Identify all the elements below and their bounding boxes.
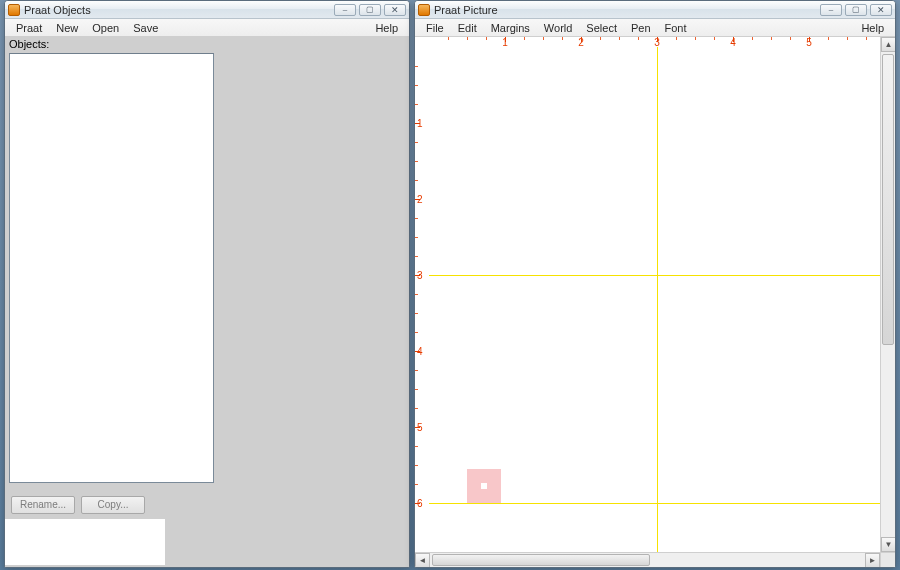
- menu-select[interactable]: Select: [579, 21, 624, 35]
- window-title: Praat Picture: [434, 4, 820, 16]
- scrollbar-corner: [880, 552, 895, 567]
- scroll-up-button[interactable]: ▲: [881, 37, 896, 52]
- menu-pen[interactable]: Pen: [624, 21, 658, 35]
- menu-new[interactable]: New: [49, 21, 85, 35]
- app-icon: [418, 4, 430, 16]
- scroll-right-button[interactable]: ►: [865, 553, 880, 568]
- menu-help[interactable]: Help: [854, 21, 891, 35]
- horizontal-scrollbar[interactable]: ◄ ►: [415, 552, 880, 567]
- copy-button[interactable]: Copy...: [81, 496, 145, 514]
- window-praat-objects: Praat Objects – ▢ ✕ Praat New Open Save …: [4, 0, 410, 568]
- menu-edit[interactable]: Edit: [451, 21, 484, 35]
- titlebar-picture[interactable]: Praat Picture – ▢ ✕: [415, 1, 895, 19]
- menu-margins[interactable]: Margins: [484, 21, 537, 35]
- grid-line-vertical: [657, 47, 658, 552]
- maximize-button[interactable]: ▢: [359, 4, 381, 16]
- rename-button[interactable]: Rename...: [11, 496, 75, 514]
- ruler-vertical: 123456: [415, 47, 429, 552]
- objects-client: Objects: Rename... Copy...: [5, 37, 409, 567]
- objects-label: Objects:: [9, 38, 49, 50]
- close-button[interactable]: ✕: [870, 4, 892, 16]
- menu-save[interactable]: Save: [126, 21, 165, 35]
- window-title: Praat Objects: [24, 4, 334, 16]
- titlebar-objects[interactable]: Praat Objects – ▢ ✕: [5, 1, 409, 19]
- grid-line-horizontal: [429, 503, 895, 504]
- minimize-button[interactable]: –: [820, 4, 842, 16]
- objects-list[interactable]: [9, 53, 214, 483]
- picture-viewport[interactable]: 123456 123456: [415, 37, 895, 552]
- menu-praat[interactable]: Praat: [9, 21, 49, 35]
- drawing-area[interactable]: [429, 47, 895, 552]
- menu-help[interactable]: Help: [368, 21, 405, 35]
- app-icon: [8, 4, 20, 16]
- selection-handle[interactable]: [481, 483, 487, 489]
- overlay-strip: [5, 519, 165, 565]
- vertical-scrollbar[interactable]: ▲ ▼: [880, 37, 895, 552]
- menu-file[interactable]: File: [419, 21, 451, 35]
- window-praat-picture: Praat Picture – ▢ ✕ File Edit Margins Wo…: [414, 0, 896, 568]
- menubar-picture: File Edit Margins World Select Pen Font …: [415, 19, 895, 37]
- picture-client: 123456 123456 ▲ ▼ ◄ ►: [415, 37, 895, 567]
- minimize-button[interactable]: –: [334, 4, 356, 16]
- menu-open[interactable]: Open: [85, 21, 126, 35]
- maximize-button[interactable]: ▢: [845, 4, 867, 16]
- scroll-down-button[interactable]: ▼: [881, 537, 896, 552]
- grid-line-horizontal: [429, 275, 895, 276]
- menu-world[interactable]: World: [537, 21, 580, 35]
- close-button[interactable]: ✕: [384, 4, 406, 16]
- scroll-left-button[interactable]: ◄: [415, 553, 430, 568]
- ruler-horizontal: 123456: [429, 37, 895, 47]
- menu-font[interactable]: Font: [658, 21, 694, 35]
- menubar-objects: Praat New Open Save Help: [5, 19, 409, 37]
